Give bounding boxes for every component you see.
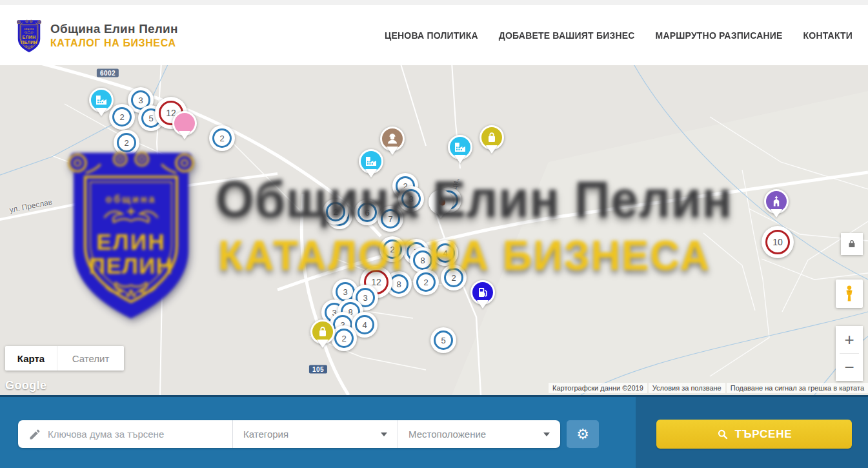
search-fields-group: Категория Местоположение [18,420,560,448]
pegman-icon [841,283,858,304]
pin-tail [387,147,398,161]
search-bar: Категория Местоположение ⚙ ТЪРСЕНЕ [0,395,868,468]
pin-tail [771,209,782,223]
cluster-count: 5 [434,331,453,350]
zoom-control: + − [836,326,863,381]
search-icon [716,428,729,440]
brand-title: Община Елин Пелин [50,22,178,36]
pegman-control[interactable] [836,280,863,308]
cluster-count: 4 [436,243,455,263]
advanced-settings-button[interactable]: ⚙ [567,420,599,448]
pin-tail [96,108,107,122]
map-marker-cluster[interactable]: 2 [379,236,405,262]
map-marker-cluster[interactable]: 2 [209,125,235,151]
search-submit-button[interactable]: ТЪРСЕНЕ [656,420,852,449]
cluster-count: 2 [444,268,463,287]
road-number-label: 105 [309,365,327,374]
map-marker-pin[interactable] [380,127,405,151]
nav-add-your-business[interactable]: ДОБАВЕТЕ ВАШИЯТ БИЗНЕС [499,30,635,41]
brand-subtitle: КАТАЛОГ НА БИЗНЕСА [50,37,178,49]
map-type-map-button[interactable]: Карта [5,346,57,371]
cluster-count: 2 [334,329,354,348]
nav-route-schedule[interactable]: МАРШРУТНО РАЗПИСАНИЕ [656,30,783,41]
report-map-error-link[interactable]: Подаване на сигнал за грешка в картата [727,383,868,393]
keyword-search-input[interactable] [48,429,209,440]
map-marker-cluster[interactable]: 4 [432,240,458,266]
map-marker-pin[interactable] [310,320,335,344]
cluster-count: 2 [212,128,232,148]
map-marker-pin[interactable] [172,111,197,136]
map-marker-cluster[interactable]: 2 [413,269,439,295]
search-button-label: ТЪРСЕНЕ [735,428,792,441]
map-marker-cluster[interactable]: 10 [762,226,794,258]
map-type-satellite-button[interactable]: Сателит [57,346,124,371]
pin-tail [365,169,377,183]
map-attribution: Картографски данни ©2019 Условия за полз… [549,383,868,393]
cluster-count: 2 [117,133,136,152]
map-marker-pin[interactable] [470,280,495,305]
pencil-icon [28,428,41,441]
cluster-count: 2 [326,202,345,221]
road-number-label: 6002 [97,69,119,77]
map-marker-pin[interactable] [764,189,789,214]
keyword-field-wrap [18,420,232,448]
map-marker-cluster[interactable]: 2 [323,199,348,225]
map-marker-pin[interactable] [448,135,472,159]
map-marker-pin[interactable] [429,190,453,214]
map-marker-cluster[interactable]: 5 [430,327,456,353]
municipality-emblem-logo [14,17,44,54]
lock-control-button[interactable] [841,233,863,255]
gear-icon: ⚙ [576,427,589,442]
cluster-count: 7 [381,209,400,229]
map-canvas[interactable]: 325122223564727284228123338342510 600210… [0,65,868,395]
nav-contacts[interactable]: КОНТАКТИ [803,30,853,41]
map-marker-pin[interactable] [479,125,504,150]
pin-tail [317,340,328,354]
lock-icon [845,238,858,250]
map-marker-cluster[interactable]: 7 [378,206,403,232]
zoom-in-button[interactable]: + [836,326,863,353]
pin-tail [435,210,447,224]
cluster-count: 2 [383,239,402,259]
nav-pricing-policy[interactable]: ЦЕНОВА ПОЛИТИКА [385,30,478,41]
cluster-count: 3 [401,189,421,209]
cluster-count: 2 [416,272,436,292]
map-marker-cluster[interactable]: 2 [441,265,467,290]
cluster-count: 10 [765,230,790,254]
page-top-strip [0,0,868,5]
category-dropdown-label: Категория [243,429,288,440]
category-dropdown[interactable]: Категория [232,420,398,448]
map-type-control: Карта Сателит [5,346,124,371]
chevron-down-icon [381,432,387,440]
terms-of-use-link[interactable]: Условия за ползване [649,383,725,393]
map-marker-cluster[interactable]: 3 [398,186,424,212]
map-marker-pin[interactable] [89,88,114,112]
cluster-count: 6 [358,203,377,222]
map-marker-pin[interactable] [359,149,383,174]
zoom-out-button[interactable]: − [836,354,863,381]
map-marker-cluster[interactable]: 2 [114,130,139,156]
cluster-count: 8 [413,250,432,270]
chevron-down-icon [543,432,550,440]
cluster-count: 2 [112,107,132,127]
cluster-count: 4 [355,315,374,334]
pin-tail [179,131,190,145]
pin-tail [486,145,498,159]
brand: Община Елин Пелин КАТАЛОГ НА БИЗНЕСА [14,17,178,54]
main-nav: ЦЕНОВА ПОЛИТИКА ДОБАВЕТЕ ВАШИЯТ БИЗНЕС М… [385,30,853,41]
location-dropdown[interactable]: Местоположение [398,420,560,448]
location-dropdown-label: Местоположение [409,429,486,440]
attribution-copyright: Картографски данни ©2019 [549,383,647,393]
map-marker-cluster[interactable]: 6 [354,199,380,225]
pin-tail [477,300,489,314]
pin-tail [454,155,466,169]
header: Община Елин Пелин КАТАЛОГ НА БИЗНЕСА ЦЕН… [0,5,868,65]
google-logo[interactable]: Google [5,379,46,392]
map-marker-cluster[interactable]: 2 [331,325,357,351]
